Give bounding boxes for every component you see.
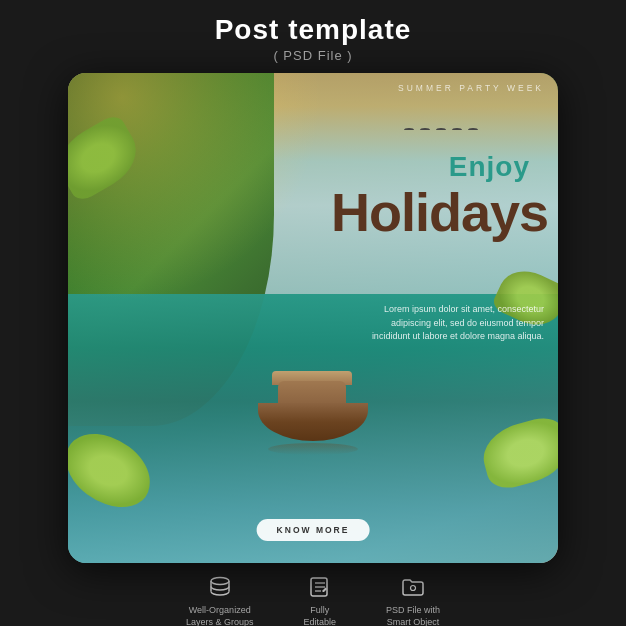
- features-row: Well-OrganizedLayers & Groups FullyEdita…: [68, 573, 558, 626]
- bird-1: [404, 128, 414, 132]
- feature-psd: PSD File withSmart Object: [386, 573, 440, 626]
- lorem-text: Lorem ipsum dolor sit amet, consectetur …: [369, 303, 544, 344]
- layers-icon: [206, 573, 234, 601]
- boat-body: [258, 403, 368, 441]
- post-card: SUMMER PARTY WEEK Enjoy Holidays Lorem i…: [68, 73, 558, 563]
- enjoy-text: Enjoy: [449, 151, 530, 183]
- bird-4: [452, 128, 462, 132]
- holidays-text: Holidays: [331, 181, 548, 243]
- boat-reflection: [268, 443, 358, 455]
- card-background: SUMMER PARTY WEEK Enjoy Holidays Lorem i…: [68, 73, 558, 563]
- sunlight-effect: [68, 73, 338, 318]
- psd-label: PSD File withSmart Object: [386, 605, 440, 626]
- svg-point-7: [411, 586, 416, 591]
- layers-label: Well-OrganizedLayers & Groups: [186, 605, 254, 626]
- bird-5: [468, 128, 478, 132]
- feature-layers: Well-OrganizedLayers & Groups: [186, 573, 254, 626]
- bird-2: [420, 128, 430, 132]
- boat: [258, 403, 368, 458]
- header: Post template ( PSD File ): [0, 0, 626, 73]
- boat-cabin: [278, 381, 346, 405]
- know-more-button[interactable]: KNOW MORE: [257, 519, 370, 541]
- edit-icon: [306, 573, 334, 601]
- folder-icon: [399, 573, 427, 601]
- birds-decoration: [404, 128, 478, 132]
- page-subtitle: ( PSD File ): [0, 48, 626, 63]
- feature-editable: FullyEditable: [303, 573, 336, 626]
- bird-3: [436, 128, 446, 132]
- editable-label: FullyEditable: [303, 605, 336, 626]
- summer-label: SUMMER PARTY WEEK: [398, 83, 544, 93]
- page-title: Post template: [0, 14, 626, 46]
- svg-point-0: [211, 578, 229, 585]
